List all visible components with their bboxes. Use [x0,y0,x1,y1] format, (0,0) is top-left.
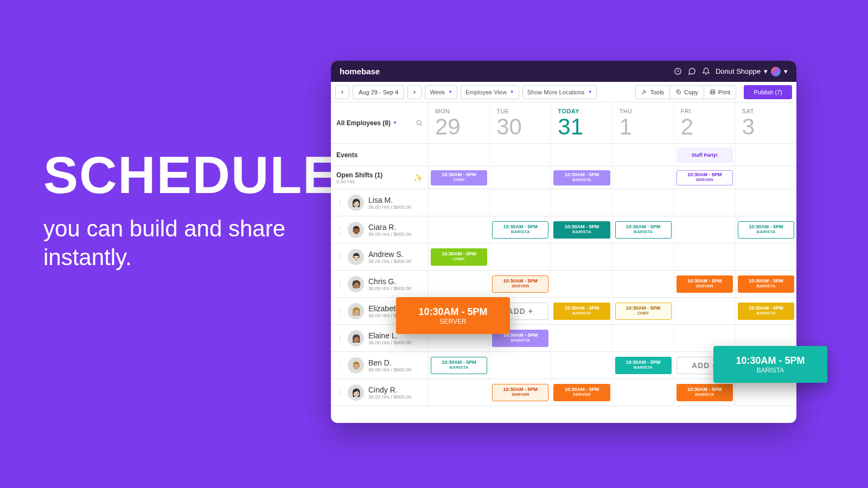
event-cell[interactable] [490,144,551,166]
drag-handle-icon[interactable]: ⋮ [336,202,343,204]
shift-cell[interactable] [613,189,674,216]
add-shift-button[interactable]: ADD + [676,357,733,374]
next-week-button[interactable] [407,85,422,99]
shift-card[interactable]: 10:30AM - 5PMSERVER [492,275,548,293]
shift-card[interactable]: 10:30AM - 5PMCHEF [431,248,487,266]
clock-icon[interactable] [671,67,685,75]
drag-handle-icon[interactable]: ⋮ [336,229,343,231]
magic-wand-icon[interactable]: ✨ [413,174,423,182]
shift-cell[interactable] [613,379,674,406]
shift-cell[interactable] [736,189,796,216]
shift-cell[interactable] [736,379,796,406]
bell-icon[interactable] [699,67,713,75]
shift-cell[interactable] [613,166,674,189]
employee-label[interactable]: ⋮ 👨🏼 Ben D. 36.00 Hrs / $900.00 [331,352,429,378]
shift-cell[interactable] [551,189,612,216]
shift-cell[interactable] [490,166,551,189]
shift-cell[interactable]: 10:30AM - 5PMCHEF [429,243,490,270]
shift-cell[interactable]: 10:30AM - 5PMBARISTA [551,298,612,324]
shift-cell[interactable] [551,325,612,351]
shift-cell[interactable] [490,189,551,216]
shift-cell[interactable] [736,243,796,270]
event-cell[interactable] [551,144,612,166]
event-cell[interactable] [613,144,674,166]
shift-card[interactable]: 10:30AM - 5PMBARISTA [738,221,794,239]
print-button[interactable]: Print [704,85,737,99]
event-cell[interactable] [429,144,490,166]
shift-cell[interactable] [674,216,736,243]
shift-cell[interactable]: 10:30AM - 5PMBARISTA [490,216,551,243]
shift-cell[interactable] [613,243,674,270]
shift-cell[interactable] [551,352,612,378]
shift-cell[interactable]: 10:30AM - 5PMSERVER [551,379,612,406]
shift-cell[interactable]: 10:30AM - 5PMBARISTA [551,216,612,243]
shift-cell[interactable] [429,298,490,324]
drag-handle-icon[interactable]: ⋮ [336,256,343,258]
shift-cell[interactable] [490,352,551,378]
shift-cell[interactable]: 10:30AM - 5PMBARISTA [736,352,796,378]
shift-cell[interactable]: 10:30AM - 5PMBARISTA [674,379,736,406]
drag-handle-icon[interactable]: ⋮ [336,391,343,394]
shift-cell[interactable]: 10:30AM - 5PMBARISTA [736,298,796,324]
shift-cell[interactable] [429,379,490,406]
shift-cell[interactable] [551,271,612,297]
prev-week-button[interactable] [335,85,349,99]
shift-cell[interactable]: 10:30AM - 5PMBARISTA [429,352,490,378]
view-dropdown[interactable]: Employee View▼ [461,85,519,99]
employee-label[interactable]: ⋮ 👩🏻 Cindy R. 36.00 Hrs / $900.00 [331,379,429,406]
shift-card[interactable]: 10:30AM - 5PMSERVER [676,170,733,185]
shift-cell[interactable] [674,298,736,324]
shift-card[interactable]: 10:30AM - 5PMBARISTA [492,330,548,347]
shift-cell[interactable]: 10:30AM - 5PMCHEF [429,166,490,189]
period-dropdown[interactable]: Week▼ [425,85,457,99]
employee-label[interactable]: ⋮ 👩🏻 Lisa M. 36.00 Hrs / $900.00 [331,189,429,216]
employee-label[interactable]: ⋮ 👨🏾 Ciara R. 36.00 Hrs / $900.00 [331,216,429,243]
shift-cell[interactable]: ADD + [490,298,551,324]
shift-card[interactable]: 10:30AM - 5PMBARISTA [431,357,487,374]
shift-cell[interactable] [613,271,674,297]
drag-handle-icon[interactable]: ⋮ [336,283,343,285]
shift-cell[interactable]: 10:30AM - 5PMSERVER [490,379,551,406]
shift-cell[interactable] [429,271,490,297]
shift-cell[interactable] [674,243,736,270]
shop-selector[interactable]: Donut Shoppe ▾ ▾ [716,67,788,76]
shift-cell[interactable]: 10:30AM - 5PMBARISTA [490,325,551,351]
shift-cell[interactable]: 10:30AM - 5PMBARISTA [736,216,796,243]
shift-cell[interactable]: 10:30AM - 5PMBARISTA [551,166,612,189]
shift-cell[interactable] [736,325,796,351]
employee-label[interactable]: ⋮ 👩🏼 Elizabeth N. 36.00 Hrs / $900.00 [331,298,429,324]
shift-cell[interactable] [674,325,736,351]
shift-card[interactable]: 10:30AM - 5PMBARISTA [738,357,794,374]
shift-cell[interactable]: 10:30AM - 5PMSERVER [674,166,736,189]
shift-cell[interactable] [490,243,551,270]
shift-card[interactable]: 10:30AM - 5PMBARISTA [615,221,672,239]
shift-card[interactable]: 10:30AM - 5PMBARISTA [615,357,672,374]
shift-cell[interactable]: 10:30AM - 5PMBARISTA [736,271,796,297]
locations-dropdown[interactable]: Show More Locations▼ [522,85,597,99]
shift-card[interactable]: 10:30AM - 5PMSERVER [492,384,548,401]
user-avatar[interactable] [771,67,781,76]
shift-cell[interactable]: 10:30AM - 5PMBARISTA [613,216,674,243]
employee-filter[interactable]: All Employees (8) ▼ [331,102,429,143]
shift-cell[interactable]: 10:30AM - 5PMCHEF [613,298,674,324]
event-cell[interactable] [736,144,796,166]
shift-card[interactable]: 10:30AM - 5PMBARISTA [676,384,733,401]
date-range[interactable]: Aug 29 - Sep 4 [353,85,404,99]
shift-card[interactable]: 10:30AM - 5PMBARISTA [553,170,610,185]
shift-cell[interactable]: 10:30AM - 5PMBARISTA [613,352,674,378]
shift-cell[interactable] [613,325,674,351]
shift-cell[interactable] [429,189,490,216]
employee-label[interactable]: ⋮ 👩🏽 Elaine L. 36.00 Hrs / $900.00 [331,325,429,351]
shift-card[interactable]: 10:30AM - 5PMBARISTA [553,303,610,320]
shift-card[interactable]: 10:30AM - 5PMCHEF [431,170,487,185]
shift-cell[interactable] [551,243,612,270]
shift-card[interactable]: 10:30AM - 5PMBARISTA [553,221,610,239]
shift-cell[interactable] [736,166,796,189]
employee-label[interactable]: ⋮ 🧑🏽 Chris G. 36.00 Hrs / $900.00 [331,271,429,297]
shift-cell[interactable]: 10:30AM - 5PMSERVER [490,271,551,297]
shift-card[interactable]: 10:30AM - 5PMSERVER [553,384,610,401]
shift-card[interactable]: 10:30AM - 5PMBARISTA [738,303,794,320]
shift-cell[interactable]: ADD + [674,352,736,378]
event-cell[interactable]: Staff Party! [674,144,736,166]
shift-cell[interactable] [429,325,490,351]
